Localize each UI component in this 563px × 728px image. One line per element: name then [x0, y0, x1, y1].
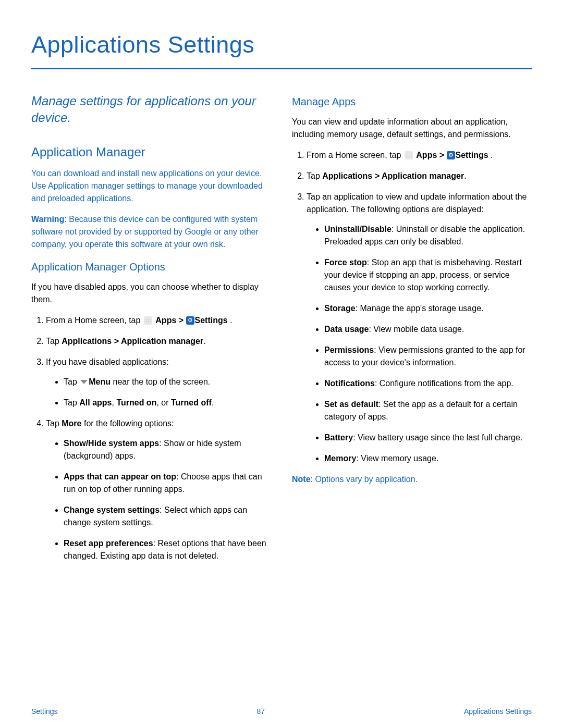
apps-label: Apps > [155, 316, 186, 325]
step-1: From a Home screen, tap Apps > Settings … [307, 149, 532, 162]
warning-label: Warning [31, 215, 64, 224]
step-1: From a Home screen, tap Apps > Settings … [46, 314, 271, 327]
text: . [228, 316, 232, 325]
text: Tap [46, 337, 62, 346]
option-desc: : View mobile data usage. [369, 325, 464, 334]
settings-label: Settings [456, 151, 488, 159]
text: If you have disabled applications: [46, 357, 169, 366]
text: From a Home screen, tap [46, 316, 143, 325]
apps-icon [405, 151, 413, 159]
options-intro: If you have disabled apps, you can choos… [31, 281, 271, 306]
bullet: Memory: View memory usage. [324, 452, 532, 465]
applications-path: Applications > Application manager [322, 171, 464, 180]
settings-icon [186, 316, 194, 325]
note-text: Note: Options vary by application. [292, 473, 532, 486]
manage-apps-steps: From a Home screen, tap Apps > Settings … [292, 149, 532, 465]
option-name: Memory [324, 454, 356, 463]
app-manager-heading: Application Manager [31, 145, 271, 159]
text: Tap [46, 419, 62, 428]
more-label: More [62, 419, 81, 428]
option-name: Change system settings [64, 505, 160, 514]
text: Tap [307, 171, 322, 180]
text: . [488, 151, 493, 159]
step-4: Tap More for the following options: Show… [46, 417, 271, 562]
bullet: Tap All apps, Turned on, or Turned off. [64, 397, 271, 409]
menu-icon [80, 380, 88, 384]
option-desc: : View memory usage. [356, 454, 438, 463]
option-name: Show/Hide system apps [64, 439, 159, 448]
step-3: If you have disabled applications: Tap M… [46, 356, 271, 409]
bullet: Show/Hide system apps: Show or hide syst… [64, 437, 271, 462]
turned-off-label: Turned off [171, 398, 212, 407]
text: near the top of the screen. [111, 377, 210, 386]
intro-text: Manage settings for applications on your… [31, 93, 271, 127]
bullet: Storage: Manage the app's storage usage. [324, 302, 532, 315]
text: Tap an application to view and update in… [307, 192, 527, 214]
footer-right: Applications Settings [464, 707, 532, 715]
apps-icon [144, 316, 152, 325]
options-steps: From a Home screen, tap Apps > Settings … [31, 314, 271, 562]
step-3-bullets: Tap Menu near the top of the screen. Tap… [46, 376, 271, 409]
text: From a Home screen, tap [307, 151, 403, 159]
bullet: Force stop: Stop an app that is misbehav… [324, 256, 532, 294]
option-name: Force stop [324, 258, 367, 267]
footer-page-number: 87 [257, 707, 265, 715]
text: . [464, 171, 466, 180]
step-4-bullets: Show/Hide system apps: Show or hide syst… [46, 437, 271, 562]
option-name: Uninstall/Disable [324, 225, 391, 233]
option-name: Storage [324, 304, 356, 313]
option-name: Set as default [324, 400, 378, 409]
applications-path: Applications > Application manager [62, 337, 203, 346]
bullet: Data usage: View mobile data usage. [324, 323, 532, 336]
step-2: Tap Applications > Application manager. [46, 335, 271, 348]
text: for the following options: [81, 419, 174, 428]
left-column: Manage settings for applications on your… [31, 93, 271, 571]
bullet: Reset app preferences: Reset options tha… [64, 537, 271, 562]
text: Tap [64, 377, 79, 386]
apps-label: Apps > [416, 151, 446, 159]
content-columns: Manage settings for applications on your… [31, 93, 532, 571]
bullet: Battery: View battery usage since the la… [324, 431, 532, 444]
bullet: Set as default: Set the app as a default… [324, 398, 532, 423]
bullet: Apps that can appear on top: Choose apps… [64, 471, 271, 496]
manage-apps-bullets: Uninstall/Disable: Uninstall or disable … [307, 223, 532, 465]
option-name: Data usage [324, 325, 369, 334]
text: Tap [64, 398, 79, 407]
settings-icon [447, 151, 455, 159]
bullet: Tap Menu near the top of the screen. [64, 376, 271, 388]
step-2: Tap Applications > Application manager. [307, 170, 532, 182]
option-desc: : Configure notifications from the app. [375, 379, 513, 388]
bullet: Permissions: View permissions granted to… [324, 344, 532, 369]
option-name: Permissions [324, 346, 374, 354]
option-name: Reset app preferences [64, 539, 153, 548]
option-name: Apps that can appear on top [64, 472, 176, 481]
footer-left: Settings [31, 707, 58, 715]
option-name: Battery [324, 433, 353, 442]
bullet: Change system settings: Select which app… [64, 504, 271, 529]
manage-apps-heading: Manage Apps [292, 96, 532, 108]
page-title: Applications Settings [31, 31, 532, 69]
turned-on-label: Turned on [116, 398, 156, 407]
option-desc: : View battery usage since the last full… [353, 433, 522, 442]
page-footer: Settings 87 Applications Settings [31, 707, 532, 715]
text: , or [156, 398, 171, 407]
app-manager-intro: You can download and install new applica… [31, 167, 271, 205]
app-manager-options-heading: Application Manager Options [31, 261, 271, 273]
option-name: Notifications [324, 379, 375, 388]
warning-text: Warning: Because this device can be conf… [31, 213, 271, 251]
text: . [203, 337, 205, 346]
settings-label: Settings [195, 316, 228, 325]
bullet: Notifications: Configure notifications f… [324, 377, 532, 390]
note-label: Note [292, 475, 311, 484]
right-column: Manage Apps You can view and update info… [292, 93, 532, 571]
bullet: Uninstall/Disable: Uninstall or disable … [324, 223, 532, 248]
text: . [212, 398, 214, 407]
note-body: : Options vary by application. [311, 475, 418, 484]
step-3: Tap an application to view and update in… [307, 191, 532, 465]
warning-body: : Because this device can be configured … [31, 215, 259, 249]
all-apps-label: All apps [79, 398, 112, 407]
manage-apps-intro: You can view and update information abou… [292, 116, 532, 141]
option-desc: : Manage the app's storage usage. [356, 304, 484, 313]
menu-label: Menu [89, 377, 111, 386]
